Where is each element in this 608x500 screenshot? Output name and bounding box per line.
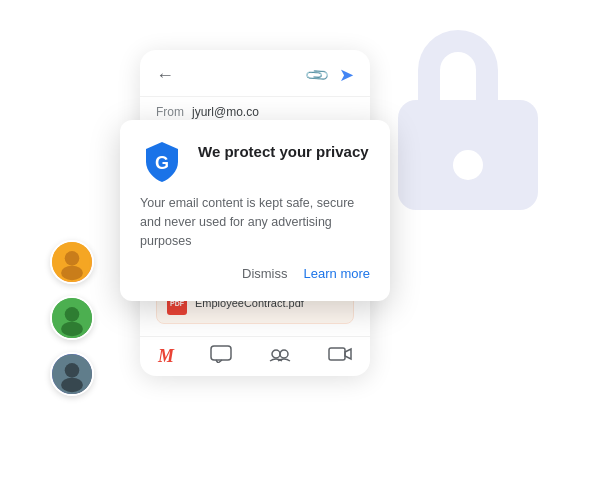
popup-title: We protect your privacy: [198, 140, 369, 162]
from-email-value: jyurl@mo.co: [192, 105, 259, 119]
svg-point-2: [61, 266, 83, 281]
svg-point-1: [65, 251, 80, 266]
lock-keyhole: [453, 150, 483, 180]
video-nav-icon[interactable]: [328, 345, 352, 368]
lock-shackle: [418, 30, 498, 110]
svg-point-4: [65, 307, 80, 322]
avatar-2: [50, 296, 94, 340]
attachment-icon: 📎: [303, 61, 331, 89]
meet-nav-icon[interactable]: [268, 345, 292, 368]
gmail-nav-icon[interactable]: M: [158, 346, 174, 367]
chat-nav-icon[interactable]: [210, 345, 232, 368]
lock-body: [398, 100, 538, 210]
svg-point-8: [61, 378, 83, 393]
svg-point-10: [272, 350, 280, 358]
learn-more-button[interactable]: Learn more: [304, 266, 370, 281]
popup-body: Your email content is kept safe, secure …: [140, 194, 370, 250]
avatar-1: [50, 240, 94, 284]
svg-point-11: [280, 350, 288, 358]
svg-rect-12: [329, 348, 345, 360]
svg-text:G: G: [155, 153, 169, 173]
popup-header: G We protect your privacy: [140, 140, 370, 184]
back-button[interactable]: ←: [156, 65, 174, 86]
dismiss-button[interactable]: Dismiss: [242, 266, 288, 281]
lock-decoration: [388, 30, 548, 210]
g-shield-icon: G: [140, 140, 184, 184]
svg-point-5: [61, 322, 83, 337]
header-actions: 📎 ➤: [307, 64, 354, 86]
email-header: ← 📎 ➤: [140, 50, 370, 97]
svg-point-7: [65, 363, 80, 378]
popup-actions: Dismiss Learn more: [140, 266, 370, 281]
scene: ← 📎 ➤ From jyurl@mo.co See Just Bloomed …: [0, 0, 608, 500]
avatar-3: [50, 352, 94, 396]
avatars-list: [50, 240, 94, 396]
send-button[interactable]: ➤: [339, 64, 354, 86]
svg-rect-9: [211, 346, 231, 360]
bottom-nav: M: [140, 336, 370, 376]
from-label: From: [156, 105, 184, 119]
privacy-popup: G We protect your privacy Your email con…: [120, 120, 390, 301]
